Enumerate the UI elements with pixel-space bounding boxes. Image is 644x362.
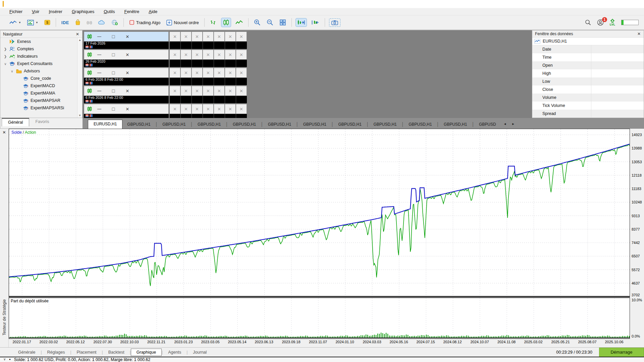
window-close-button[interactable]: ✕	[169, 32, 180, 42]
maximize-button[interactable]: □	[106, 52, 120, 57]
navigator-tab-favoris[interactable]: Favoris	[29, 118, 55, 126]
maximize-button[interactable]: □	[106, 34, 120, 39]
minimized-chart-window[interactable]: —□✕17 Feb 2026	[84, 32, 169, 49]
market-button[interactable]	[74, 18, 82, 26]
window-close-button[interactable]: ✕	[236, 86, 247, 96]
minimized-chart-window[interactable]: ✕	[203, 50, 214, 67]
chart-tab-gbpusd-h1[interactable]: GBPUSD,H1	[439, 120, 472, 129]
tree-item-expertmapsarsi[interactable]: ExpertMAPSARSi	[0, 104, 82, 112]
minimized-chart-window[interactable]: —□✕6 Feb 2026 8 Feb 22:00	[84, 86, 169, 103]
window-close-button[interactable]: ✕	[180, 86, 192, 96]
navigator-scrollbar[interactable]: ▲ ▼	[77, 38, 82, 118]
minimize-button[interactable]: —	[92, 34, 106, 39]
vps-button[interactable]	[110, 18, 119, 26]
chart-tab-gbpusd-truncated[interactable]: GBPUSD	[474, 120, 501, 129]
tab-scroll-arrows[interactable]: ◂ ▸	[501, 122, 518, 129]
minimized-chart-window[interactable]: ✕	[169, 50, 180, 67]
chart-tab-eurusd-h1[interactable]: EURUSD,H1	[88, 120, 122, 129]
deposit-load-panel[interactable]: Part du dépôt utilisée	[9, 298, 630, 339]
chart-tab-gbpusd-h1[interactable]: GBPUSD,H1	[369, 120, 401, 129]
window-close-button[interactable]: ✕	[180, 32, 192, 42]
chevron-down-icon[interactable]: ∨	[3, 357, 6, 361]
tree-item-exness[interactable]: Exness	[0, 38, 82, 45]
close-button[interactable]: ✕	[120, 52, 135, 57]
tester-tab-placement[interactable]: Placement	[71, 349, 102, 356]
chart-tab-gbpusd-h1[interactable]: GBPUSD,H1	[404, 120, 436, 129]
close-icon[interactable]: ✕	[75, 32, 80, 37]
minimized-chart-window[interactable]: ✕	[192, 86, 203, 103]
minimized-chart-window[interactable]: —□✕6 Feb 2026 8 Feb 22:00	[84, 68, 169, 85]
equity-chart-panel[interactable]: Solde / Action	[9, 129, 630, 296]
minimized-chart-window[interactable]: ✕	[169, 86, 180, 103]
chart-window-button[interactable]: ▼	[26, 19, 40, 26]
minimized-chart-window[interactable]: ✕	[192, 104, 203, 118]
window-close-button[interactable]: ✕	[203, 86, 214, 96]
search-button[interactable]	[585, 19, 591, 25]
tester-tab-gnrale[interactable]: Générale	[13, 349, 41, 356]
chart-tab-gbpusd-h1[interactable]: GBPUSD,H1	[263, 120, 296, 129]
window-titlebar[interactable]: —□✕	[84, 68, 169, 78]
close-button[interactable]: ✕	[120, 34, 135, 39]
scroll-up-icon[interactable]: ▲	[78, 39, 81, 42]
menu-item-voir[interactable]: Voir	[27, 8, 44, 15]
ide-button[interactable]: IDE	[60, 19, 70, 26]
minimized-chart-window[interactable]: —□✕26 Feb 2020	[84, 50, 169, 67]
minimize-button[interactable]: —	[92, 52, 106, 57]
window-close-button[interactable]: ✕	[236, 104, 247, 114]
window-titlebar[interactable]: —□✕	[84, 104, 169, 114]
navigator-tab-général[interactable]: Général	[2, 118, 29, 126]
minimized-chart-window[interactable]: ✕	[236, 32, 247, 49]
window-close-button[interactable]: ✕	[169, 68, 180, 78]
minimized-chart-window[interactable]: ✕	[214, 104, 225, 118]
tree-item-core-code[interactable]: Core_code	[0, 75, 82, 82]
window-close-button[interactable]: ✕	[225, 32, 236, 42]
window-close-button[interactable]: ✕	[192, 32, 203, 42]
window-close-button[interactable]: ✕	[225, 68, 236, 78]
window-close-button[interactable]: ✕	[225, 50, 236, 60]
window-close-button[interactable]: ✕	[180, 104, 192, 114]
minimized-chart-window[interactable]: ✕	[236, 104, 247, 118]
zoom-in-button[interactable]	[253, 18, 262, 27]
tree-item-advisors[interactable]: ∨Advisors	[0, 67, 82, 75]
tester-tab-rglages[interactable]: Réglages	[42, 349, 70, 356]
minimized-chart-window[interactable]: ✕	[236, 50, 247, 67]
minimized-chart-window[interactable]: ✕	[192, 32, 203, 49]
close-button[interactable]: ✕	[120, 107, 135, 112]
window-close-button[interactable]: ✕	[203, 32, 214, 42]
chart-tab-gbpusd-h1[interactable]: GBPUSD,H1	[334, 120, 366, 129]
minimized-chart-window[interactable]: ✕	[225, 68, 236, 85]
menu-item-aide[interactable]: Aide	[144, 8, 162, 15]
maximize-button[interactable]: □	[106, 70, 120, 75]
level-indicator[interactable]: LVL	[610, 19, 615, 26]
minimized-chart-window[interactable]: ✕	[225, 104, 236, 118]
minimized-chart-window[interactable]: ✕	[169, 104, 180, 118]
window-close-button[interactable]: ✕	[214, 32, 225, 42]
menu-item-insrer[interactable]: Insérer	[44, 8, 67, 15]
chevron-right-icon[interactable]: ❯	[4, 47, 7, 51]
chart-tab-gbpusd-h1[interactable]: GBPUSD,H1	[193, 120, 225, 129]
chevron-right-icon[interactable]: ❯	[4, 55, 7, 58]
close-icon[interactable]: ✕	[2, 130, 6, 135]
menu-item-fentre[interactable]: Fenêtre	[119, 8, 144, 15]
chevron-down-icon[interactable]: ∨	[4, 62, 7, 66]
window-close-button[interactable]: ✕	[192, 50, 203, 60]
window-close-button[interactable]: ✕	[214, 86, 225, 96]
signals-button[interactable]: ((o))	[85, 19, 93, 25]
close-icon[interactable]: ✕	[636, 32, 642, 36]
minimized-chart-window[interactable]: ✕	[203, 86, 214, 103]
minimized-chart-window[interactable]: ✕	[203, 32, 214, 49]
minimized-chart-window[interactable]: ✕	[214, 50, 225, 67]
minimized-chart-window[interactable]: ✕	[169, 68, 180, 85]
menu-item-graphiques[interactable]: Graphiques	[67, 8, 99, 15]
minimized-chart-window[interactable]: ✕	[225, 32, 236, 49]
window-close-button[interactable]: ✕	[180, 68, 192, 78]
minimized-chart-window[interactable]: ✕	[236, 86, 247, 103]
minimized-chart-window[interactable]: ✕	[192, 68, 203, 85]
minimized-chart-window[interactable]: ✕	[180, 68, 192, 85]
minimize-button[interactable]: —	[92, 70, 106, 75]
window-close-button[interactable]: ✕	[225, 86, 236, 96]
shift-end-button[interactable]	[296, 18, 307, 26]
window-close-button[interactable]: ✕	[169, 50, 180, 60]
tree-item-expertmapsar[interactable]: ExpertMAPSAR	[0, 97, 82, 104]
tree-item-indicateurs[interactable]: ❯Indicateurs	[0, 53, 82, 60]
